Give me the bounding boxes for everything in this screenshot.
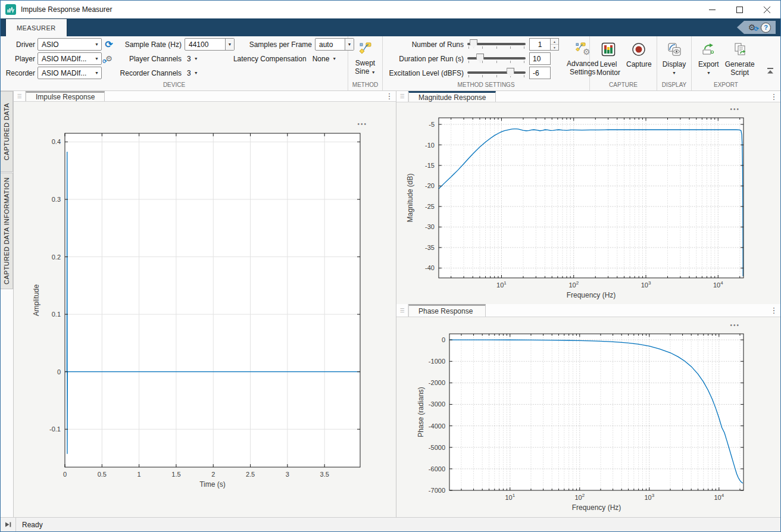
svg-text:102: 102 — [574, 493, 585, 501]
panel-menu-icon[interactable]: ⋮ — [383, 91, 396, 101]
panel-menu-icon[interactable]: ⋮ — [767, 91, 780, 102]
magnitude-response-chart: 101102103104-40-35-30-25-20-15-10-5Frequ… — [396, 102, 780, 302]
svg-text:-0.1: -0.1 — [49, 425, 61, 433]
spinner-up-icon[interactable]: ▲ — [551, 39, 558, 44]
level-monitor-button[interactable]: Level Monitor — [593, 41, 623, 78]
captured-data-information-label: CAPTURED DATA INFORMATION — [3, 177, 10, 284]
generate-script-button[interactable]: Generate Script — [722, 41, 758, 78]
number-of-runs-field[interactable]: 1 — [529, 38, 551, 51]
status-bar: Ready — [1, 517, 780, 531]
sample-rate-combo[interactable]: 44100▼ — [185, 38, 235, 51]
player-channels-dropdown[interactable]: 3▼ — [185, 55, 201, 63]
svg-text:-35: -35 — [425, 244, 435, 251]
svg-text:101: 101 — [505, 493, 515, 501]
section-display: Display ▼ DISPLAY — [657, 36, 692, 90]
title-bar: Impulse Response Measurer — [1, 1, 780, 18]
side-tab-strip: CAPTURED DATA CAPTURED DATA INFORMATION — [1, 91, 14, 517]
recorder-dropdown[interactable]: ASIO MADIf...▼ — [38, 67, 102, 79]
svg-text:0.5: 0.5 — [98, 471, 107, 478]
preferences-gear-icon[interactable]: ⚙⟳ — [746, 22, 757, 33]
dropdown-arrow-icon: ▼ — [194, 71, 198, 75]
svg-text:Frequency (Hz): Frequency (Hz) — [572, 503, 621, 512]
axes-toolbar-icon[interactable]: ••• — [357, 121, 367, 127]
app-icon — [5, 4, 16, 15]
tab-measurer[interactable]: MEASURER — [5, 18, 67, 36]
panel-grip-icon[interactable]: ☰ — [396, 304, 408, 317]
display-button[interactable]: Display ▼ — [660, 41, 689, 79]
dropdown-arrow-icon: ▼ — [92, 71, 101, 75]
svg-text:-2000: -2000 — [429, 379, 445, 386]
close-button[interactable] — [753, 1, 780, 18]
driver-label: Driver — [5, 40, 35, 49]
advanced-settings-icon: ⚙ — [575, 42, 591, 58]
display-label: Display — [663, 60, 686, 68]
sidebar-tab-captured-data[interactable]: CAPTURED DATA — [1, 91, 13, 172]
refresh-icon: ⟳ — [105, 39, 113, 50]
excitation-level-label: Excitation Level (dBFS) — [385, 69, 464, 77]
dropdown-arrow-icon: ▼ — [672, 69, 676, 77]
tab-phase-response[interactable]: Phase Response — [408, 304, 486, 317]
driver-dropdown[interactable]: ASIO▼ — [38, 38, 102, 51]
number-of-runs-spinner[interactable]: ▲▼ — [551, 38, 559, 51]
number-of-runs-slider[interactable] — [467, 39, 526, 51]
maximize-button[interactable] — [726, 1, 753, 18]
waveform-glyph — [7, 5, 15, 14]
phase-tabbar: ☰ Phase Response ⋮ — [396, 304, 780, 317]
minimize-button[interactable] — [698, 1, 726, 18]
svg-text:Magnitude (dB): Magnitude (dB) — [406, 173, 414, 222]
svg-text:3.5: 3.5 — [320, 471, 329, 478]
swept-sine-button[interactable]: Swept Sine ▼ — [352, 40, 379, 78]
capture-button[interactable]: Capture — [623, 41, 655, 70]
duration-per-run-field[interactable]: 10 — [529, 52, 551, 65]
refresh-devices-button[interactable]: ⟳ — [102, 39, 116, 50]
dropdown-arrow-icon: ▼ — [194, 57, 198, 61]
generate-script-icon — [733, 42, 747, 58]
spinner-down-icon[interactable]: ▼ — [551, 44, 558, 50]
svg-text:-3000: -3000 — [429, 400, 445, 408]
magnitude-tabbar: ☰ Magnitude Response ⋮ — [396, 91, 780, 102]
svg-text:1: 1 — [138, 471, 141, 478]
svg-text:-20: -20 — [425, 182, 435, 189]
panel-grip-icon[interactable]: ☰ — [396, 91, 408, 102]
player-settings-button[interactable]: ⚙⟳ — [102, 54, 116, 63]
sidebar-tab-captured-data-information[interactable]: CAPTURED DATA INFORMATION — [1, 173, 13, 289]
latency-compensation-dropdown[interactable]: None▼ — [310, 55, 339, 63]
svg-text:-25: -25 — [425, 203, 435, 210]
player-dropdown[interactable]: ASIO MADIf...▼ — [38, 52, 102, 65]
panel-menu-icon[interactable]: ⋮ — [767, 304, 780, 317]
svg-text:-4000: -4000 — [429, 423, 445, 430]
svg-text:-15: -15 — [425, 162, 435, 169]
capture-record-icon — [632, 42, 646, 58]
tab-impulse-response[interactable]: Impulse Response — [26, 91, 105, 101]
window-title: Impulse Response Measurer — [21, 5, 112, 14]
collapse-toolstrip-button[interactable] — [766, 67, 774, 77]
gear-icon: ⚙⟳ — [105, 54, 113, 63]
svg-text:101: 101 — [496, 280, 507, 289]
axes-toolbar-icon[interactable]: ••• — [730, 106, 740, 112]
phase-plot-body: ••• 101102103104-7000-6000-5000-4000-300… — [396, 317, 780, 520]
recorder-channels-dropdown[interactable]: 3▼ — [185, 69, 201, 77]
samples-per-frame-label: Samples per Frame — [242, 40, 312, 49]
recorder-channels-label: Recorder Channels — [116, 69, 182, 77]
impulse-plot-body: ••• 00.511.522.533.5-0.100.10.20.30.4Tim… — [14, 102, 396, 517]
axes-toolbar-icon[interactable]: ••• — [730, 322, 740, 328]
svg-text:0.2: 0.2 — [52, 254, 61, 261]
duration-per-run-slider[interactable] — [467, 53, 526, 65]
excitation-level-field[interactable]: -6 — [529, 67, 551, 79]
section-capture: Level Monitor Capture CAPTURE — [590, 36, 657, 90]
display-section-label: DISPLAY — [657, 81, 691, 90]
panel-grip-icon[interactable]: ☰ — [14, 91, 26, 101]
dropdown-arrow-icon: ▼ — [332, 57, 336, 61]
excitation-level-slider[interactable] — [467, 67, 526, 79]
phase-response-chart: 101102103104-7000-6000-5000-4000-3000-20… — [396, 317, 780, 517]
export-icon — [701, 42, 716, 58]
restore-panel-button[interactable] — [1, 518, 16, 531]
export-button[interactable]: Export ▼ — [695, 41, 722, 79]
recorder-label: Recorder — [5, 69, 35, 77]
help-icon[interactable]: ? — [761, 23, 771, 33]
svg-text:0.4: 0.4 — [52, 138, 61, 145]
svg-text:103: 103 — [641, 280, 651, 289]
section-method: Swept Sine ▼ METHOD — [348, 36, 383, 90]
player-label: Player — [5, 55, 35, 63]
tab-magnitude-response[interactable]: Magnitude Response — [408, 91, 496, 102]
